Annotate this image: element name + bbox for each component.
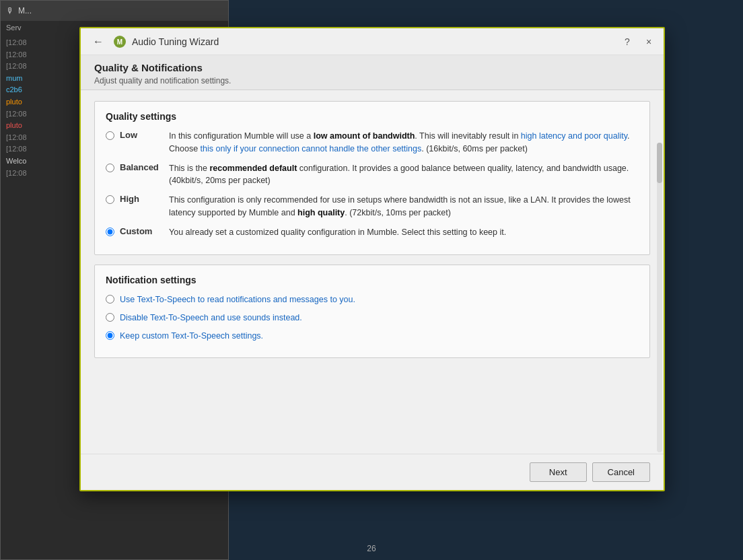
dialog-scrollbar[interactable] — [657, 143, 662, 452]
dialog-scrollbar-thumb — [657, 143, 662, 183]
back-button[interactable]: ← — [89, 34, 108, 49]
help-button[interactable]: ? — [618, 32, 637, 51]
quality-option-custom: Custom You already set a customized qual… — [106, 226, 639, 239]
bg-titlebar: 🎙 M... — [1, 1, 228, 21]
quality-option-balanced: Balanced This is the recommended default… — [106, 162, 639, 188]
notification-settings-title: Notification settings — [106, 275, 639, 285]
bg-title-text: M... — [18, 6, 32, 15]
quality-settings-box: Quality settings Low In this configurati… — [94, 101, 650, 255]
quality-label-low[interactable]: Low — [120, 130, 164, 140]
dialog-title-controls: ? × — [618, 32, 658, 51]
quality-settings-title: Quality settings — [106, 111, 639, 122]
audio-tuning-wizard-dialog: ← M Audio Tuning Wizard ? × Quality & No… — [79, 27, 665, 491]
quality-radio-high[interactable] — [106, 195, 114, 204]
quality-desc-low: In this configuration Mumble will use a … — [169, 130, 639, 155]
dialog-title-left: ← M Audio Tuning Wizard — [89, 34, 219, 49]
section-header: Quality & Notifications Adjust quality a… — [81, 55, 664, 90]
notif-radio-sounds[interactable] — [106, 313, 114, 322]
quality-option-low: Low In this configuration Mumble will us… — [106, 130, 639, 155]
quality-radio-low[interactable] — [106, 131, 114, 140]
notification-settings-box: Notification settings Use Text-To-Speech… — [94, 265, 650, 357]
mumble-logo-icon: M — [113, 35, 127, 48]
quality-label-high[interactable]: High — [120, 194, 164, 204]
notif-option-sounds: Disable Text-To-Speech and use sounds in… — [106, 312, 639, 324]
notif-option-custom: Keep custom Text-To-Speech settings. — [106, 330, 639, 343]
quality-option-high: High This configuration is only recommen… — [106, 194, 639, 219]
dialog-content: Quality settings Low In this configurati… — [81, 90, 664, 454]
svg-text:M: M — [117, 38, 122, 46]
notif-radio-tts[interactable] — [106, 295, 114, 304]
quality-desc-high: This configuration is only recommended f… — [169, 194, 639, 219]
dialog-title: Audio Tuning Wizard — [132, 36, 219, 47]
notif-radio-custom[interactable] — [106, 331, 114, 340]
page-number: 26 — [367, 544, 376, 553]
dialog-footer: Next Cancel — [81, 454, 664, 490]
dialog-titlebar: ← M Audio Tuning Wizard ? × — [81, 28, 664, 55]
quality-radio-custom[interactable] — [106, 228, 114, 236]
bg-app-icon: 🎙 — [6, 6, 14, 15]
notif-label-tts[interactable]: Use Text-To-Speech to read notifications… — [120, 293, 355, 306]
section-subtitle: Adjust quality and notification settings… — [94, 76, 650, 85]
cancel-button[interactable]: Cancel — [592, 462, 650, 482]
close-button[interactable]: × — [639, 32, 658, 51]
notif-label-sounds[interactable]: Disable Text-To-Speech and use sounds in… — [120, 312, 302, 324]
notif-option-tts: Use Text-To-Speech to read notifications… — [106, 293, 639, 306]
notif-label-custom[interactable]: Keep custom Text-To-Speech settings. — [120, 330, 263, 343]
quality-label-custom[interactable]: Custom — [120, 226, 164, 236]
next-button[interactable]: Next — [530, 462, 587, 482]
section-title: Quality & Notifications — [94, 62, 650, 73]
quality-desc-balanced: This is the recommended default configur… — [169, 162, 639, 188]
quality-radio-balanced[interactable] — [106, 164, 114, 172]
quality-label-balanced[interactable]: Balanced — [120, 162, 164, 172]
quality-desc-custom: You already set a customized quality con… — [169, 226, 506, 239]
